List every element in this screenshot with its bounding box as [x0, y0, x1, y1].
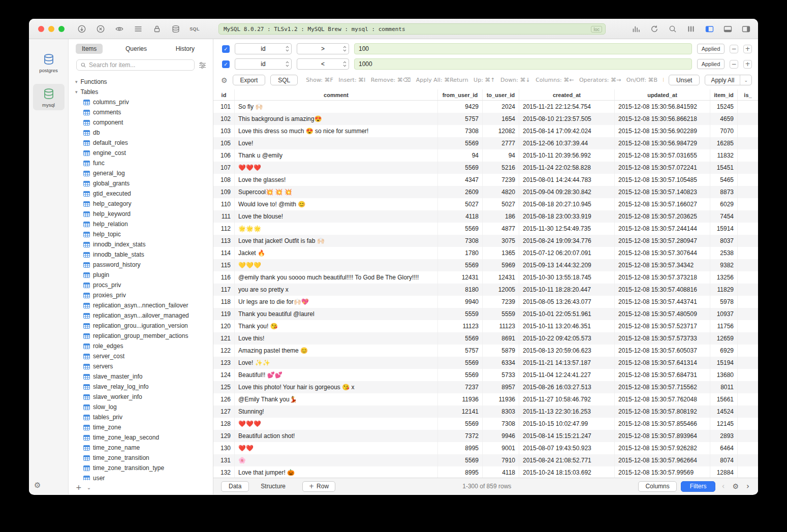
cell-from_user_id[interactable]: 8995 [438, 466, 483, 478]
cell-is_[interactable] [738, 149, 758, 162]
cell-created_at[interactable]: 2015-11-24 22:02:58.828 [519, 162, 615, 174]
chart-icon[interactable] [631, 24, 641, 34]
database-icon[interactable] [171, 24, 181, 34]
cell-updated_at[interactable]: 2015-12-08 15:30:57.031655 [615, 149, 710, 162]
cell-item_id[interactable]: 15194 [710, 357, 738, 369]
table-row[interactable]: 123Love! ✨✨556963342015-11-21 14:13:57.1… [213, 357, 758, 369]
cell-to_user_id[interactable]: 94 [483, 149, 519, 162]
cell-to_user_id[interactable]: 5027 [483, 198, 519, 210]
cell-updated_at[interactable]: 2015-12-08 15:30:57.605037 [615, 345, 710, 357]
table-tree-item[interactable]: gtid_executed [69, 189, 213, 199]
table-row[interactable]: 116@emily thank you soooo much beautiful… [213, 271, 758, 284]
cell-id[interactable]: 127 [213, 405, 235, 418]
cell-to_user_id[interactable]: 12005 [483, 284, 519, 296]
sql-button[interactable]: SQL [270, 75, 298, 85]
tab-data[interactable]: Data [221, 481, 249, 492]
filter-sliders-icon[interactable] [199, 62, 206, 69]
cell-id[interactable]: 107 [213, 162, 235, 174]
table-tree-item[interactable]: servers [69, 361, 213, 371]
cell-id[interactable]: 121 [213, 332, 235, 345]
cell-id[interactable]: 116 [213, 271, 235, 284]
cell-from_user_id[interactable]: 7237 [438, 381, 483, 393]
table-tree-item[interactable]: password_history [69, 260, 213, 270]
table-tree-item[interactable]: columns_priv [69, 97, 213, 107]
table-row[interactable]: 102This background is amazing😍5757165420… [213, 113, 758, 125]
filters-button[interactable]: Filters [681, 481, 716, 492]
cell-comment[interactable]: @emily thank you soooo much beautiful!!!… [235, 271, 438, 284]
item-search-input[interactable] [89, 61, 191, 69]
cell-item_id[interactable]: 15914 [710, 223, 738, 235]
cell-from_user_id[interactable]: 5757 [438, 113, 483, 125]
cell-updated_at[interactable]: 2015-12-08 15:30:57.99569 [615, 466, 710, 478]
cell-to_user_id[interactable]: 5879 [483, 345, 519, 357]
cell-created_at[interactable]: 2015-11-21 22:12:54.754 [519, 101, 615, 113]
cell-is_[interactable] [738, 137, 758, 149]
cell-to_user_id[interactable]: 9001 [483, 442, 519, 454]
table-tree-item[interactable]: innodb_table_stats [69, 249, 213, 260]
cell-created_at[interactable]: 2015-10-30 13:55:18.745 [519, 271, 615, 284]
cell-to_user_id[interactable]: 4118 [483, 466, 519, 478]
table-row[interactable]: 130❤️❤️899590012015-08-07 19:43:50.92320… [213, 442, 758, 454]
cell-is_[interactable] [738, 345, 758, 357]
cell-updated_at[interactable]: 2015-12-08 15:30:57.715562 [615, 381, 710, 393]
cell-item_id[interactable]: 12659 [710, 332, 738, 345]
table-tree-item[interactable]: plugin [69, 270, 213, 280]
cell-updated_at[interactable]: 2015-12-08 15:30:57.641314 [615, 357, 710, 369]
table-row[interactable]: 127Stunning!1214183032015-11-13 22:30:16… [213, 405, 758, 418]
cell-id[interactable]: 110 [213, 198, 235, 210]
table-row[interactable]: 120Thank you! 😘11123111232015-10-11 13:2… [213, 320, 758, 332]
cell-is_[interactable] [738, 271, 758, 284]
item-search-box[interactable] [76, 59, 195, 71]
table-tree-item[interactable]: help_relation [69, 219, 213, 229]
columns-view-icon[interactable] [686, 24, 696, 34]
cell-from_user_id[interactable]: 94 [438, 149, 483, 162]
cell-item_id[interactable]: 6929 [710, 345, 738, 357]
cell-comment[interactable]: Love this photo! Your hair is gorgeous 😘… [235, 381, 438, 393]
cell-item_id[interactable]: 7070 [710, 125, 738, 137]
filter-column-select[interactable]: id [235, 43, 292, 54]
cell-to_user_id[interactable]: 11936 [483, 393, 519, 405]
connection-title-field[interactable]: MySQL 8.0.27 : TLSv1.2 : MySQL Brew : my… [218, 23, 606, 35]
cell-item_id[interactable]: 2538 [710, 247, 738, 259]
filter-enabled-checkbox[interactable]: ✓ [222, 45, 230, 53]
table-row[interactable]: 108Love the glasses!434772392015-08-01 1… [213, 174, 758, 186]
table-tree-item[interactable]: help_keyword [69, 209, 213, 219]
cell-created_at[interactable]: 2015-08-13 20:59:06.623 [519, 345, 615, 357]
filter-applied-button[interactable]: Applied [697, 44, 725, 54]
cell-to_user_id[interactable]: 1654 [483, 113, 519, 125]
cell-is_[interactable] [738, 369, 758, 381]
settings-gear-icon[interactable]: ⚙ [34, 481, 41, 490]
cell-to_user_id[interactable]: 5216 [483, 162, 519, 174]
cell-from_user_id[interactable]: 11123 [438, 320, 483, 332]
cell-created_at[interactable]: 2015-09-13 14:44:32.209 [519, 259, 615, 271]
cell-created_at[interactable]: 2015-08-18 23:00:33.919 [519, 210, 615, 223]
refresh-icon[interactable] [649, 24, 659, 34]
cell-is_[interactable] [738, 320, 758, 332]
cell-created_at[interactable]: 2015-11-21 14:13:57.187 [519, 357, 615, 369]
cell-comment[interactable]: Love that jacket! Outfit is fab 🙌🏻 [235, 235, 438, 247]
cell-to_user_id[interactable]: 7239 [483, 296, 519, 308]
cell-comment[interactable]: ❤️❤️❤️ [235, 418, 438, 430]
table-row[interactable]: 117you are so pretty x8180120052015-10-1… [213, 284, 758, 296]
cell-created_at[interactable]: 2015-10-22 09:42:05.573 [519, 332, 615, 345]
cell-item_id[interactable]: 13680 [710, 369, 738, 381]
table-row[interactable]: 101So fly 🙌🏻942920242015-11-21 22:12:54.… [213, 101, 758, 113]
cell-item_id[interactable]: 8873 [710, 186, 738, 198]
cell-updated_at[interactable]: 2015-12-08 15:30:57.373218 [615, 271, 710, 284]
table-settings-gear-icon[interactable]: ⚙ [731, 482, 740, 490]
cell-updated_at[interactable]: 2015-12-08 15:30:57.443741 [615, 296, 710, 308]
table-tree-item[interactable]: innodb_index_stats [69, 239, 213, 249]
cell-item_id[interactable]: 5978 [710, 296, 738, 308]
table-row[interactable]: 128❤️❤️❤️556973082015-10-15 10:02:47.992… [213, 418, 758, 430]
cell-item_id[interactable]: 11832 [710, 149, 738, 162]
cell-updated_at[interactable]: 2015-12-08 15:30:57.480509 [615, 308, 710, 320]
remove-filter-button[interactable]: − [730, 60, 738, 69]
cell-item_id[interactable]: 6464 [710, 442, 738, 454]
cell-from_user_id[interactable]: 5757 [438, 345, 483, 357]
cell-is_[interactable] [738, 125, 758, 137]
cell-updated_at[interactable]: 2015-12-08 15:30:57.244144 [615, 223, 710, 235]
table-tree-item[interactable]: slave_master_info [69, 371, 213, 382]
columns-button[interactable]: Columns [638, 481, 676, 492]
cell-item_id[interactable]: 15245 [710, 101, 738, 113]
table-tree-item[interactable]: engine_cost [69, 148, 213, 158]
